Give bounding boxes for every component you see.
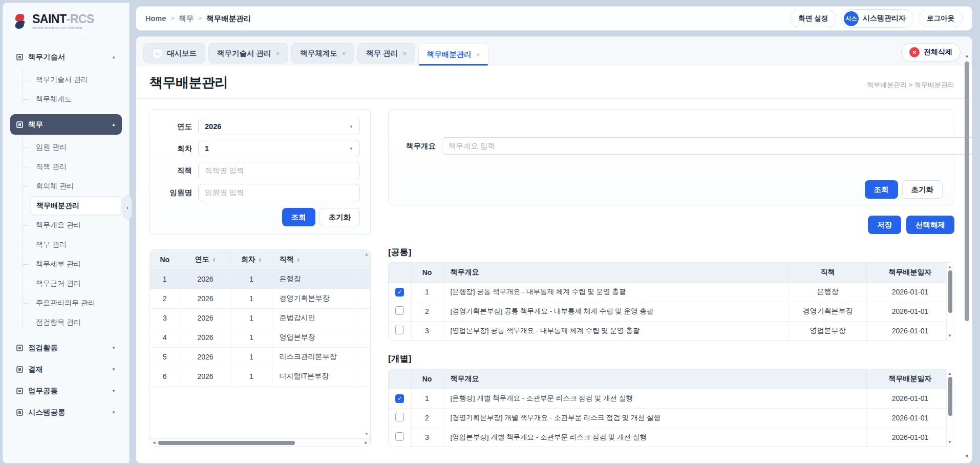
common-row-1[interactable]: 2[경영기획본부장] 공통 책무개요 - 내부통제 체계 수립 및 운영 총괄경…	[389, 302, 954, 321]
scroll-down-icon[interactable]: ▼	[948, 333, 952, 338]
tab-2[interactable]: 책무체계도×	[291, 43, 354, 63]
tab-0[interactable]: ∩대시보드	[143, 43, 205, 63]
scroll-up-icon[interactable]: ▲	[948, 265, 952, 269]
scroll-left-icon[interactable]: ◄	[152, 440, 156, 445]
sidebar-subitem-1-1[interactable]: 직책 관리	[31, 157, 122, 176]
tab-label: 책무체계도	[300, 49, 337, 58]
common-row-2[interactable]: 3[영업본부장] 공통 책무개요 - 내부통제 체계 수립 및 운영 총괄영업본…	[389, 321, 954, 341]
scroll-down-icon[interactable]: ▼	[365, 432, 369, 436]
left-table-row-1[interactable]: 220261경영기획본부장	[150, 289, 370, 308]
sidebar-subitem-1-3[interactable]: 책무배분관리	[31, 196, 122, 215]
sidebar-item-1[interactable]: 책무▲	[10, 114, 122, 135]
scroll-up-icon[interactable]: ▲	[948, 371, 952, 376]
left-search-button[interactable]: 조회	[282, 208, 315, 226]
vertical-scrollbar-thumb[interactable]	[948, 377, 952, 416]
tab-close-icon[interactable]: ×	[402, 50, 407, 57]
sidebar-subitem-1-7[interactable]: 책무근거 관리	[31, 274, 122, 293]
left-table-header-1[interactable]: 연도▲▼	[180, 250, 231, 269]
sidebar-subitem-1-5[interactable]: 책무 관리	[31, 235, 122, 254]
sidebar-subitem-1-2[interactable]: 회의체 관리	[31, 177, 122, 196]
left-reset-button[interactable]: 초기화	[319, 208, 360, 226]
overview-label: 책무개요	[400, 141, 436, 151]
row-checkbox[interactable]: ✓	[395, 288, 404, 296]
sidebar-collapse-button[interactable]: ‹	[123, 196, 132, 219]
horizontal-scrollbar[interactable]: ◄ ►	[150, 438, 370, 447]
tab-close-icon[interactable]: ×	[276, 50, 280, 57]
page-body: 책무배분관리 책부배분관리 > 책무배분관리 연도 2026 ▼	[136, 66, 972, 463]
scroll-down-icon[interactable]: ▼	[948, 440, 952, 444]
round-select[interactable]: 1 ▼	[198, 140, 360, 157]
sort-icon[interactable]: ▲▼	[297, 257, 300, 262]
row-checkbox[interactable]	[395, 432, 404, 441]
tab-label: 책무기술서 관리	[217, 49, 271, 58]
logout-button[interactable]: 로그아웃	[919, 10, 963, 27]
common-header-position: 직책	[789, 263, 867, 282]
executive-input[interactable]	[198, 184, 360, 201]
page-title: 책무배분관리	[150, 74, 228, 92]
sidebar-subitem-1-6[interactable]: 책무세부 관리	[31, 255, 122, 273]
chevron-up-icon: ▲	[112, 122, 116, 127]
sort-icon[interactable]: ▲▼	[259, 257, 262, 262]
right-reset-button[interactable]: 초기화	[902, 180, 943, 199]
sidebar-item-3[interactable]: 결재▼	[10, 359, 122, 379]
right-search-button[interactable]: 조회	[865, 180, 898, 199]
user-menu[interactable]: 시스 시스템관리자	[841, 9, 913, 28]
breadcrumb-home[interactable]: Home	[145, 14, 166, 23]
overview-input[interactable]	[442, 137, 972, 155]
position-input[interactable]	[198, 162, 360, 179]
sidebar-subitem-0-1[interactable]: 책무체계도	[31, 90, 122, 109]
row-checkbox[interactable]: ✓	[395, 394, 404, 403]
left-table-row-4[interactable]: 520261리스크관리본부장	[150, 347, 370, 367]
sidebar-item-0[interactable]: 책무기술서▲	[10, 47, 122, 67]
sidebar-subitem-1-8[interactable]: 주요관리의무 관리	[31, 293, 122, 312]
common-row-0[interactable]: ✓1[은행장] 공통 책무개요 - 내부통제 체계 수립 및 운영 총괄은행장2…	[389, 282, 954, 302]
breadcrumb-section[interactable]: 책무	[179, 14, 194, 24]
sidebar-subitem-0-0[interactable]: 책무기술서 관리	[31, 70, 122, 89]
scroll-up-icon[interactable]: ▲	[965, 53, 969, 58]
individual-row-0[interactable]: ✓1[은행장] 개별 책무개요 - 소관부문 리스크 점검 및 개선 실행202…	[389, 389, 954, 408]
left-table-header-2[interactable]: 회차▲▼	[231, 250, 272, 269]
vertical-scrollbar[interactable]: ▲▼	[946, 263, 954, 340]
scroll-down-icon[interactable]: ▼	[965, 454, 969, 459]
sidebar-item-4[interactable]: 업무공통▼	[10, 380, 122, 401]
tab-4[interactable]: 책무배분관리×	[418, 43, 489, 66]
tab-close-icon[interactable]: ×	[342, 50, 346, 57]
tab-3[interactable]: 책무 관리×	[357, 43, 415, 63]
left-table-row-5[interactable]: 620261디지털IT본부장	[150, 367, 370, 386]
sidebar-item-2[interactable]: 점검활동▼	[10, 337, 122, 358]
individual-row-2[interactable]: 3[영업본부장] 개별 책무개요 - 소관부문 리스크 점검 및 개선 실행20…	[389, 428, 954, 447]
chevron-down-icon: ▼	[112, 410, 116, 415]
row-checkbox[interactable]	[395, 306, 404, 315]
year-label: 연도	[160, 122, 192, 132]
left-table-row-0[interactable]: 120261은행장	[150, 269, 370, 289]
sidebar-subitem-1-0[interactable]: 임원 관리	[31, 138, 122, 157]
delete-all-tabs-button[interactable]: ✕ 전체삭제	[901, 43, 961, 61]
left-table-header-3[interactable]: 직책▲▼	[272, 250, 354, 269]
logo[interactable]: SAINT-RCS Artificial Intelligence Next T…	[10, 11, 122, 39]
left-table-row-2[interactable]: 320261준법감시인	[150, 308, 370, 328]
vertical-scrollbar[interactable]: ▲▼	[946, 369, 954, 447]
app-window: SAINT-RCS Artificial Intelligence Next T…	[0, 0, 980, 466]
sort-icon[interactable]: ▲▼	[212, 257, 216, 262]
deselect-button[interactable]: 선택해제	[906, 216, 954, 234]
sidebar-submenu-0: 책무기술서 관리책무체계도	[10, 68, 122, 114]
vertical-scrollbar-thumb[interactable]	[965, 61, 969, 321]
vertical-scrollbar-thumb[interactable]	[948, 270, 952, 313]
individual-header-date: 책무배분일자	[867, 369, 954, 389]
row-checkbox[interactable]	[395, 413, 404, 421]
tab-1[interactable]: 책무기술서 관리×	[208, 43, 288, 63]
scroll-right-icon[interactable]: ►	[364, 440, 368, 445]
left-table-row-3[interactable]: 420261영업본부장	[150, 328, 370, 347]
year-select[interactable]: 2026 ▼	[198, 118, 360, 135]
save-button[interactable]: 저장	[868, 216, 901, 234]
sidebar-subitem-1-4[interactable]: 책무개요 관리	[31, 216, 122, 235]
sidebar-subitem-1-9[interactable]: 점검항목 관리	[31, 313, 122, 332]
tab-close-icon[interactable]: ×	[476, 51, 480, 58]
scroll-up-icon[interactable]: ▲	[365, 252, 369, 257]
row-checkbox[interactable]	[395, 326, 404, 334]
sidebar-item-5[interactable]: 시스템공통▼	[10, 402, 122, 422]
individual-row-1[interactable]: 2[경영기획본부장] 개별 책무개요 - 소관부문 리스크 점검 및 개선 실행…	[389, 408, 954, 428]
vertical-scrollbar[interactable]: ▲ ▼	[964, 53, 970, 459]
screen-settings-button[interactable]: 화면 설정	[790, 10, 836, 27]
horizontal-scrollbar-thumb[interactable]	[158, 441, 295, 445]
